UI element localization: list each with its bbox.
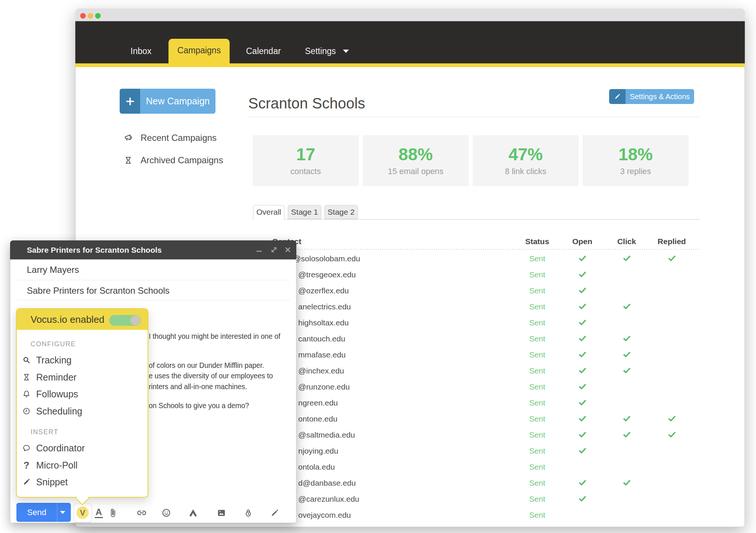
plus-icon — [120, 89, 140, 114]
send-label: Send — [16, 503, 57, 522]
vocus-button[interactable]: V — [76, 507, 89, 519]
contact-email: njoying.edu — [298, 443, 507, 459]
status-badge: Sent — [519, 491, 556, 507]
menu-item-tracking[interactable]: Tracking — [16, 351, 148, 369]
format-icon[interactable]: A — [93, 507, 104, 518]
check-icon — [578, 363, 587, 379]
email-body-line: e uses the diversity of our employees to — [149, 371, 273, 380]
menu-item-followups[interactable]: Followups — [16, 385, 148, 403]
status-badge: Sent — [519, 411, 556, 427]
contact-email: cantouch.edu — [298, 331, 507, 347]
expand-icon[interactable] — [268, 244, 280, 255]
check-icon — [578, 427, 587, 443]
confidential-icon[interactable] — [243, 507, 254, 518]
menu-item-reminder[interactable]: Reminder — [16, 369, 148, 386]
divider — [17, 300, 290, 300]
menu-item-scheduling[interactable]: Scheduling — [16, 403, 148, 420]
status-badge: Sent — [519, 299, 556, 315]
question-icon: ? — [22, 461, 31, 470]
menu-item-label: Tracking — [36, 351, 72, 369]
email-body-line: on Schools to give you a demo? — [149, 401, 249, 410]
menu-item-label: Followups — [36, 385, 78, 403]
tab-stage-1[interactable]: Stage 1 — [288, 205, 321, 219]
compose-titlebar[interactable]: Sabre Printers for Scranton Schools — [10, 240, 296, 259]
toggle-knob — [130, 315, 141, 325]
maximize-window-icon[interactable] — [95, 13, 101, 19]
vocus-enabled-label: Vocus.io enabled — [31, 309, 104, 330]
menu-item-label: Snippet — [36, 473, 68, 491]
nav-calendar[interactable]: Calendar — [246, 42, 281, 60]
nav-campaigns[interactable]: Campaigns — [168, 39, 230, 63]
nav-inbox[interactable]: Inbox — [130, 42, 151, 60]
stat-label: 8 link clicks — [505, 167, 546, 176]
minimize-window-icon[interactable] — [88, 13, 93, 19]
column-header-click[interactable]: Click — [608, 237, 645, 246]
menu-section-label: INSERT — [31, 428, 59, 436]
contact-email: @carezunlux.edu — [298, 491, 507, 507]
menu-item-label: Reminder — [36, 369, 76, 386]
contact-email: ovejaycom.edu — [298, 507, 507, 523]
stat-value: 88% — [399, 145, 433, 164]
drive-icon[interactable] — [188, 507, 199, 518]
sidebar-item-archived-campaigns[interactable]: Archived Campaigns — [123, 152, 223, 168]
menu-item-micro-poll[interactable]: ?Micro-Poll — [16, 457, 148, 474]
status-badge: Sent — [519, 475, 556, 491]
recipient-field[interactable]: Larry Mayers — [27, 261, 79, 279]
settings-actions-button[interactable]: Settings & Actions — [609, 89, 694, 104]
stat-value: 47% — [508, 145, 543, 164]
pencil-icon — [609, 89, 626, 104]
send-button[interactable]: Send — [16, 503, 71, 522]
link-icon[interactable] — [136, 507, 147, 518]
status-badge: Sent — [519, 395, 556, 411]
close-window-icon[interactable] — [80, 13, 86, 19]
column-header-open[interactable]: Open — [564, 237, 601, 246]
bell-icon — [22, 390, 31, 398]
stat-card: 18%3 replies — [583, 135, 689, 186]
contact-email: anelectrics.edu — [298, 299, 507, 315]
pen-icon[interactable] — [269, 507, 280, 518]
check-icon — [622, 347, 631, 363]
megaphone-icon — [123, 133, 133, 143]
contact-email: ontola.edu — [298, 459, 507, 475]
menu-item-coordinator[interactable]: Coordinator — [16, 439, 148, 457]
new-campaign-button[interactable]: New Campaign — [120, 89, 215, 114]
minimize-icon[interactable] — [253, 244, 265, 255]
subject-field[interactable]: Sabre Printers for Scranton Schools — [27, 282, 170, 300]
contact-email: ngreen.edu — [298, 395, 507, 411]
check-icon — [578, 266, 587, 283]
send-options-caret-icon[interactable] — [60, 511, 65, 514]
sidebar-item-recent-campaigns[interactable]: Recent Campaigns — [123, 130, 217, 146]
accent-strip — [75, 63, 745, 67]
column-header-replied[interactable]: Replied — [653, 237, 690, 246]
stat-label: contacts — [290, 167, 321, 176]
tab-stage-2[interactable]: Stage 2 — [324, 205, 358, 219]
check-icon — [578, 347, 587, 363]
check-icon — [578, 491, 587, 507]
check-icon — [578, 443, 587, 459]
stat-card: 17contacts — [253, 135, 359, 186]
vocus-toggle[interactable] — [109, 315, 141, 326]
tab-overall[interactable]: Overall — [253, 205, 284, 220]
email-body-line: of colors on our Dunder Mifflin paper. — [149, 361, 264, 370]
contact-email: ontone.edu — [298, 411, 507, 427]
contact-email: d@danbase.edu — [298, 475, 507, 491]
image-icon[interactable] — [216, 507, 227, 518]
contact-email: @tresgeoex.edu — [298, 266, 507, 283]
screen: Inbox Campaigns Calendar Settings New Ca… — [0, 0, 756, 533]
sidebar-item-label: Recent Campaigns — [141, 133, 217, 143]
status-badge: Sent — [519, 266, 556, 283]
status-badge: Sent — [519, 347, 556, 363]
close-icon[interactable] — [282, 244, 293, 255]
nav-settings[interactable]: Settings — [305, 42, 336, 60]
check-icon — [667, 411, 676, 427]
attach-icon[interactable] — [107, 507, 119, 518]
emoji-icon[interactable] — [161, 507, 172, 518]
column-header-status[interactable]: Status — [519, 237, 556, 246]
check-icon — [578, 315, 587, 331]
search-icon — [22, 356, 31, 365]
contact-email: mmafase.edu — [298, 347, 507, 363]
clock-icon — [22, 407, 31, 416]
check-icon — [578, 411, 587, 427]
menu-item-snippet[interactable]: Snippet — [16, 473, 148, 491]
check-icon — [622, 475, 631, 491]
